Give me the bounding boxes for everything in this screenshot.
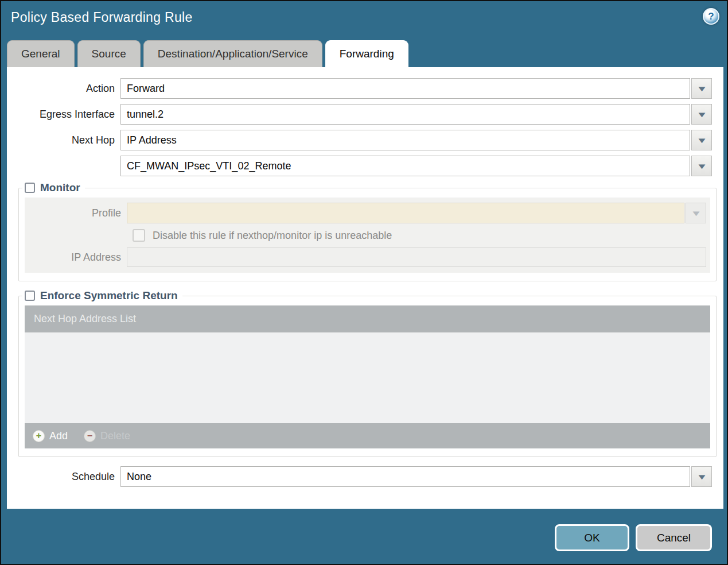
egress-interface-dropdown-button[interactable]: ▼ xyxy=(691,104,712,125)
delete-button-label: Delete xyxy=(100,430,130,442)
monitor-checkbox[interactable] xyxy=(25,183,35,193)
symmetric-return-legend-label: Enforce Symmetric Return xyxy=(40,289,178,302)
chevron-down-icon: ▼ xyxy=(696,136,707,145)
monitor-profile-value xyxy=(127,203,684,223)
monitor-ip-address-row: IP Address xyxy=(25,247,710,267)
help-icon[interactable]: ? xyxy=(703,8,719,25)
next-hop-type-dropdown-button[interactable]: ▼ xyxy=(691,130,712,150)
add-button-label: Add xyxy=(49,430,68,442)
monitor-fields-panel: Profile ▼ Disable this rule if nexthop/m… xyxy=(25,198,710,273)
enforce-symmetric-return-checkbox[interactable] xyxy=(25,291,35,301)
minus-icon: − xyxy=(84,430,96,442)
chevron-down-icon: ▼ xyxy=(696,84,707,93)
chevron-down-icon: ▼ xyxy=(696,162,707,171)
symmetric-return-legend: Enforce Symmetric Return xyxy=(22,289,182,302)
egress-interface-value: tunnel.2 xyxy=(120,104,690,125)
dialog-title: Policy Based Forwarding Rule xyxy=(11,10,193,25)
egress-interface-row: Egress Interface tunnel.2 ▼ xyxy=(7,104,723,125)
schedule-select[interactable]: None ▼ xyxy=(120,466,712,487)
symmetric-return-group: Enforce Symmetric Return Next Hop Addres… xyxy=(18,289,717,457)
cancel-button[interactable]: Cancel xyxy=(636,524,712,551)
next-hop-address-select[interactable]: CF_MWAN_IPsec_VTI_02_Remote ▼ xyxy=(120,156,712,176)
egress-interface-label: Egress Interface xyxy=(7,109,120,121)
tab-general[interactable]: General xyxy=(7,40,75,67)
action-label: Action xyxy=(7,83,120,95)
monitor-profile-dropdown-button: ▼ xyxy=(686,203,706,223)
chevron-down-icon: ▼ xyxy=(696,110,707,119)
schedule-row: Schedule None ▼ xyxy=(7,466,723,487)
schedule-value: None xyxy=(120,466,690,487)
next-hop-address-row: CF_MWAN_IPsec_VTI_02_Remote ▼ xyxy=(7,156,723,176)
monitor-legend-label: Monitor xyxy=(40,181,80,194)
ok-button[interactable]: OK xyxy=(555,524,629,551)
next-hop-address-table-header: Next Hop Address List xyxy=(25,305,710,332)
next-hop-type-select[interactable]: IP Address ▼ xyxy=(120,130,712,150)
pbf-rule-dialog: Policy Based Forwarding Rule ? General S… xyxy=(0,0,728,565)
tab-destination-application-service[interactable]: Destination/Application/Service xyxy=(143,40,322,67)
chevron-down-icon: ▼ xyxy=(690,209,702,218)
question-mark-glyph: ? xyxy=(708,11,714,22)
action-select[interactable]: Forward ▼ xyxy=(120,78,712,99)
next-hop-address-value: CF_MWAN_IPsec_VTI_02_Remote xyxy=(120,156,690,176)
action-dropdown-button[interactable]: ▼ xyxy=(691,78,712,99)
delete-button: − Delete xyxy=(84,430,130,442)
chevron-down-icon: ▼ xyxy=(696,473,707,481)
monitor-profile-select: ▼ xyxy=(127,203,706,223)
tab-source[interactable]: Source xyxy=(77,40,141,67)
action-row: Action Forward ▼ xyxy=(7,78,723,99)
next-hop-type-value: IP Address xyxy=(120,130,690,150)
monitor-group: Monitor Profile ▼ Disable this rule if n… xyxy=(18,181,717,281)
monitor-ip-address-label: IP Address xyxy=(25,251,127,264)
next-hop-address-table: Next Hop Address List + Add − Delete xyxy=(25,305,710,448)
monitor-disable-rule-row: Disable this rule if nexthop/monitor ip … xyxy=(133,229,710,242)
monitor-profile-row: Profile ▼ xyxy=(25,203,710,223)
schedule-dropdown-button[interactable]: ▼ xyxy=(691,466,712,487)
tab-bar: General Source Destination/Application/S… xyxy=(7,40,408,67)
forwarding-tab-panel: Action Forward ▼ Egress Interface tunnel… xyxy=(7,67,723,509)
tab-forwarding[interactable]: Forwarding xyxy=(325,40,408,67)
next-hop-address-list-column-header: Next Hop Address List xyxy=(34,313,136,325)
monitor-ip-address-input xyxy=(127,247,706,267)
next-hop-address-table-body[interactable] xyxy=(25,332,710,423)
add-button[interactable]: + Add xyxy=(33,430,68,442)
action-value: Forward xyxy=(120,78,690,99)
disable-rule-checkbox xyxy=(133,229,145,242)
next-hop-label: Next Hop xyxy=(7,134,120,146)
monitor-profile-label: Profile xyxy=(25,207,127,219)
next-hop-address-dropdown-button[interactable]: ▼ xyxy=(691,156,712,176)
next-hop-address-table-toolbar: + Add − Delete xyxy=(25,423,710,448)
egress-interface-select[interactable]: tunnel.2 ▼ xyxy=(120,104,712,125)
disable-rule-label: Disable this rule if nexthop/monitor ip … xyxy=(153,230,392,242)
schedule-label: Schedule xyxy=(7,471,120,483)
monitor-legend: Monitor xyxy=(22,181,85,194)
next-hop-row: Next Hop IP Address ▼ xyxy=(7,130,723,150)
plus-icon: + xyxy=(33,430,45,442)
